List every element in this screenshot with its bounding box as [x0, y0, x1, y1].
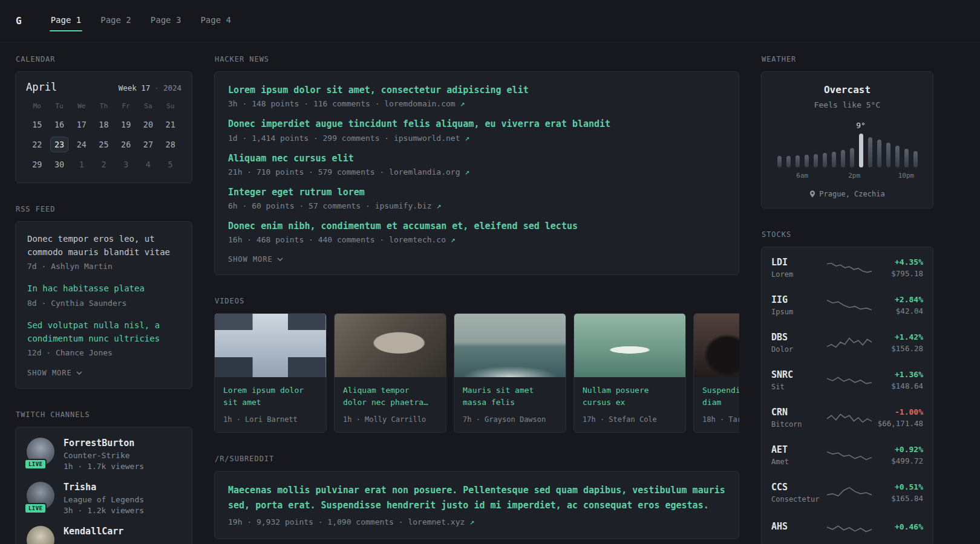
external-link-icon[interactable]: ↗ — [460, 99, 465, 108]
calendar-widget-label: CALENDAR — [16, 55, 192, 63]
stock-price: $66,171.48 — [878, 419, 923, 428]
hn-item-meta-text: 21h · 710 points · 579 comments · loreml… — [228, 167, 460, 176]
middle-column: HACKER NEWS Lorem ipsum dolor sit amet, … — [214, 55, 739, 544]
stock-symbol: LDI — [771, 257, 827, 268]
stock-row[interactable]: CCS Consectetur +0.51% $165.84 — [762, 474, 933, 511]
video-card[interactable]: Nullam posuere cursus ex 17h · Stefan Co… — [573, 313, 686, 433]
weather-bar — [895, 146, 900, 167]
day-name: Sa — [137, 102, 160, 112]
stock-values: +0.51% $165.84 — [891, 482, 923, 503]
subreddit-widget: /R/SUBREDDIT Maecenas mollis pulvinar er… — [214, 455, 739, 539]
video-title[interactable]: Mauris sit amet massa felis — [463, 384, 557, 409]
rss-item-title[interactable]: Donec tempor eros leo, ut commodo mauris… — [27, 233, 180, 259]
channel-name[interactable]: KendallCarr — [64, 526, 123, 537]
channel-viewers: 1h · 1.7k viewers — [64, 462, 144, 471]
rss-item-title[interactable]: Sed volutpat nulla nisl, a condimentum n… — [27, 319, 180, 345]
hn-show-more-button[interactable]: SHOW MORE — [228, 255, 283, 264]
tab-page-1[interactable]: Page 1 — [50, 11, 83, 30]
tab-page-4[interactable]: Page 4 — [199, 11, 232, 30]
video-title[interactable]: Nullam posuere cursus ex — [583, 384, 677, 409]
video-title[interactable]: Aliquam tempor dolor nec phaetra… — [343, 384, 437, 409]
day-name: We — [70, 102, 93, 112]
weather-bar — [814, 154, 818, 167]
rss-item-title[interactable]: In hac habitasse platea — [27, 282, 180, 296]
video-thumbnail — [335, 314, 446, 377]
channel-name[interactable]: ForrestBurton — [64, 438, 144, 448]
hn-item-title[interactable]: Integer eget rutrum lorem — [228, 186, 725, 198]
channel-game: Counter-Strike — [64, 451, 144, 460]
subreddit-post-title[interactable]: Maecenas mollis pulvinar erat non posuer… — [228, 483, 725, 513]
calendar-date: 24 — [72, 137, 91, 152]
video-title[interactable]: Suspendisse potenti diam — [702, 384, 739, 409]
hn-item-title[interactable]: Donec imperdiet augue tincidunt felis al… — [228, 118, 725, 130]
external-link-icon[interactable]: ↗ — [465, 167, 469, 176]
hn-item: Donec enim nibh, condimentum et accumsan… — [228, 220, 725, 244]
channel-viewers: 3h · 1.2k viewers — [64, 506, 144, 515]
stock-sparkline — [827, 484, 872, 501]
video-card[interactable]: Mauris sit amet massa felis 7h · Grayson… — [454, 313, 566, 433]
hn-item-title[interactable]: Aliquam nec cursus elit — [228, 152, 725, 164]
stock-row[interactable]: LDI Lorem +4.35% $795.18 — [762, 249, 933, 287]
stock-change: -1.00% — [878, 407, 923, 416]
stock-row[interactable]: AET Amet +0.92% $499.72 — [762, 436, 933, 474]
day-name: Su — [159, 102, 181, 112]
calendar-month: April — [26, 81, 57, 93]
stock-sparkline — [827, 409, 872, 426]
stock-row[interactable]: DBS Dolor +1.42% $156.28 — [762, 324, 933, 361]
calendar-date-selected: 23 — [50, 137, 69, 152]
channel-name[interactable]: Trisha — [64, 482, 144, 493]
tab-page-3[interactable]: Page 3 — [149, 11, 183, 30]
tab-page-2[interactable]: Page 2 — [99, 11, 132, 30]
external-link-icon[interactable]: ↗ — [436, 201, 441, 210]
stock-row[interactable]: CRN Bitcorn -1.00% $66,171.48 — [762, 399, 933, 436]
stock-row[interactable]: AHS +0.46% — [762, 511, 933, 544]
stock-sparkline — [827, 447, 872, 464]
stock-price: $795.18 — [891, 269, 923, 278]
twitch-channel-row[interactable]: LIVE ForrestBurton Counter-Strike 1h · 1… — [27, 438, 181, 471]
calendar-date: 26 — [117, 137, 136, 152]
stock-values: +2.84% $42.04 — [895, 295, 923, 316]
calendar-grid: Mo Tu We Th Fr Sa Su 15 16 17 18 19 20 2… — [26, 102, 181, 172]
stock-change: +0.92% — [891, 445, 923, 454]
video-card[interactable]: Suspendisse potenti diam 18h · Tara — [693, 313, 739, 433]
dashboard-content: CALENDAR April Week 17 · 2024 Mo Tu We T… — [0, 42, 980, 544]
external-link-icon[interactable]: ↗ — [451, 235, 456, 244]
stock-symbol: AET — [771, 444, 827, 455]
stock-row[interactable]: IIG Ipsum +2.84% $42.04 — [762, 287, 933, 324]
stock-id: AHS — [771, 521, 827, 534]
weather-bar — [868, 137, 872, 167]
external-link-icon[interactable]: ↗ — [465, 134, 469, 143]
twitch-channel-info: Trisha League of Legends 3h · 1.2k viewe… — [64, 482, 144, 515]
rss-item: Sed volutpat nulla nisl, a condimentum n… — [27, 319, 180, 357]
external-link-icon[interactable]: ↗ — [469, 517, 474, 526]
stock-row[interactable]: SNRC Sit +1.36% $148.64 — [762, 361, 933, 399]
calendar-date-next-month: 1 — [72, 157, 91, 172]
hn-item-meta: 1d · 1,414 points · 299 comments · ipsum… — [228, 134, 725, 143]
video-card[interactable]: Lorem ipsum dolor sit amet consectetu… 1… — [214, 313, 327, 433]
stock-id: SNRC Sit — [771, 369, 827, 391]
hn-item-title[interactable]: Lorem ipsum dolor sit amet, consectetur … — [228, 84, 725, 96]
weather-bar — [805, 155, 809, 167]
stock-price: $165.84 — [891, 494, 923, 503]
weather-bar — [877, 140, 881, 167]
twitch-channel-row[interactable]: LIVE Trisha League of Legends 3h · 1.2k … — [27, 482, 181, 515]
weather-location-text: Prague, Czechia — [819, 190, 884, 198]
app-logo: G — [16, 15, 22, 27]
rss-widget-label: RSS FEED — [16, 205, 192, 213]
weather-time: 10pm — [898, 172, 915, 180]
video-card[interactable]: Aliquam tempor dolor nec phaetra… 1h · M… — [334, 313, 446, 433]
video-thumbnail — [215, 314, 326, 377]
weather-time: 6am — [796, 172, 808, 180]
hn-item: Donec imperdiet augue tincidunt felis al… — [228, 118, 725, 142]
twitch-channel-row[interactable]: LIVE KendallCarr — [27, 526, 181, 544]
video-title[interactable]: Lorem ipsum dolor sit amet consectetu… — [223, 384, 318, 409]
show-more-label: SHOW MORE — [228, 255, 273, 264]
rss-show-more-button[interactable]: SHOW MORE — [27, 369, 82, 377]
hn-item-title[interactable]: Donec enim nibh, condimentum et accumsan… — [228, 220, 725, 232]
avatar — [27, 526, 54, 544]
videos-row: Lorem ipsum dolor sit amet consectetu… 1… — [214, 313, 739, 433]
stock-name: Consectetur — [771, 495, 827, 504]
subreddit-post: Maecenas mollis pulvinar erat non posuer… — [228, 483, 725, 526]
rss-card: Donec tempor eros leo, ut commodo mauris… — [15, 221, 192, 389]
live-badge: LIVE — [24, 459, 47, 470]
